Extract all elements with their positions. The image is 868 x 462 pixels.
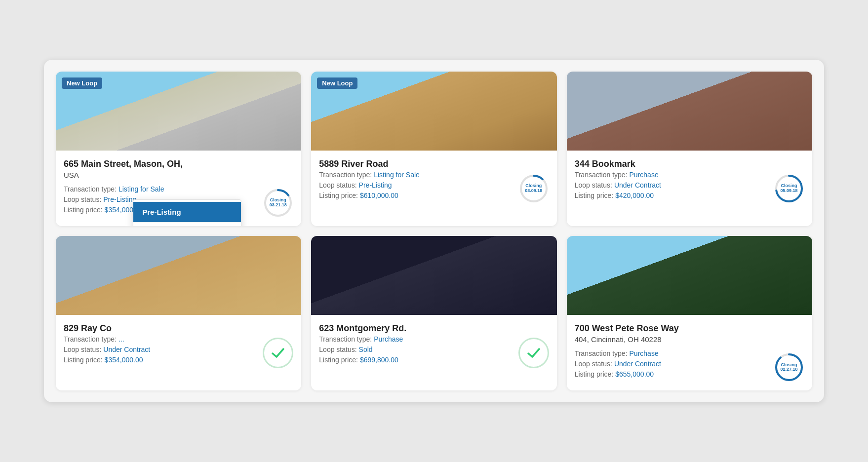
property-image	[567, 236, 812, 315]
new-loop-badge: New Loop	[317, 77, 357, 89]
status-badge-container	[518, 338, 549, 368]
sold-badge	[518, 338, 549, 368]
listing-price-value: $699,800.00	[360, 356, 398, 364]
listing-price-value: $420,000.00	[615, 192, 654, 199]
loop-status-dropdown-trigger[interactable]: Pre-Listing Pre-Listing Private Listing …	[103, 195, 138, 203]
transaction-type-field: Transaction type: Purchase	[575, 349, 804, 357]
transaction-type-value: Purchase	[374, 335, 403, 343]
card-title: 829 Ray Co	[64, 323, 293, 334]
listing-price-field: Listing price: $354,000.00	[64, 356, 293, 364]
card-subtitle: USA	[64, 171, 293, 179]
listing-price-value: $354,000.00	[105, 356, 143, 364]
card-title: 344 Bookmark	[575, 158, 804, 170]
closing-badge: Closing 03.09.18	[518, 173, 549, 204]
transaction-type-field: Transaction type: Listing for Sale	[319, 171, 549, 179]
transaction-type-value: Purchase	[630, 171, 659, 179]
card-body: 344 Bookmark Transaction type: Purchase …	[567, 151, 812, 212]
property-card-5: 623 Montgomery Rd. Transaction type: Pur…	[311, 236, 556, 390]
card-title: 700 West Pete Rose Way	[575, 323, 804, 334]
transaction-type-value: Purchase	[630, 349, 659, 357]
transaction-type-field: Transaction type: Purchase	[575, 171, 804, 179]
dropdown-item-1[interactable]: Private Listing	[133, 223, 241, 226]
card-body: 665 Main Street, Mason, OH, USA Transact…	[56, 151, 301, 226]
property-image	[311, 236, 556, 315]
loop-status-field: Loop status: Under Contract	[64, 346, 293, 353]
closing-badge: Closing 03.21.18	[263, 188, 293, 218]
status-badge-container: Closing 03.21.18	[263, 188, 293, 218]
property-grid: New Loop 665 Main Street, Mason, OH, USA…	[56, 72, 812, 391]
card-body: 5889 River Road Transaction type: Listin…	[311, 151, 556, 212]
card-body: 829 Ray Co Transaction type: ... Loop st…	[56, 315, 301, 376]
status-badge-container: Closing 05.09.18	[774, 173, 804, 204]
property-image	[56, 236, 301, 315]
listing-price-value: $610,000.00	[360, 192, 398, 199]
card-subtitle: 404, Cincinnati, OH 40228	[575, 335, 804, 344]
property-image: New Loop	[311, 72, 556, 151]
status-badge-container: Closing 02.27.18	[774, 352, 804, 383]
transaction-type-field: Transaction type: ...	[64, 335, 293, 343]
status-badge-container: Closing 03.09.18	[518, 173, 549, 204]
loop-status-dropdown: Pre-Listing Private Listing Active Listi…	[133, 199, 241, 226]
dropdown-item-0[interactable]: Pre-Listing	[133, 202, 241, 223]
loop-status-value: Under Contract	[614, 360, 661, 368]
transaction-type-value: ...	[118, 335, 124, 343]
status-badge-container	[263, 338, 293, 368]
listing-price-value: $655,000.00	[615, 370, 654, 378]
property-card-6: 700 West Pete Rose Way 404, Cincinnati, …	[567, 236, 812, 390]
loop-status-field: Loop status: Sold	[319, 346, 549, 353]
closing-badge: Closing 02.27.18	[774, 352, 804, 383]
property-image	[567, 72, 812, 151]
loop-status-field: Loop status: Under Contract	[575, 181, 804, 189]
transaction-type-field: Transaction type: Listing for Sale	[64, 185, 293, 193]
loop-status-value: Sold	[359, 346, 373, 353]
closing-badge: Closing 05.09.18	[774, 173, 804, 204]
loop-status-value: Under Contract	[614, 181, 661, 189]
card-title: 5889 River Road	[319, 158, 549, 170]
listing-price-field: Listing price: $420,000.00	[575, 192, 804, 199]
transaction-type-value: Listing for Sale	[118, 185, 164, 193]
property-card-3: 344 Bookmark Transaction type: Purchase …	[567, 72, 812, 226]
property-image: New Loop	[56, 72, 301, 151]
card-body: 700 West Pete Rose Way 404, Cincinnati, …	[567, 315, 812, 390]
listing-price-field: Listing price: $699,800.00	[319, 356, 549, 364]
loop-status-field: Loop status: Pre-Listing	[319, 181, 549, 189]
card-body: 623 Montgomery Rd. Transaction type: Pur…	[311, 315, 556, 376]
card-title: 665 Main Street, Mason, OH,	[64, 158, 293, 170]
sold-badge	[263, 338, 293, 368]
loop-status-value: Under Contract	[103, 346, 150, 353]
loop-status-field: Loop status: Pre-Listing Pre-Listing Pri…	[64, 195, 293, 203]
card-title: 623 Montgomery Rd.	[319, 323, 549, 334]
property-card-1: New Loop 665 Main Street, Mason, OH, USA…	[56, 72, 301, 226]
main-container: New Loop 665 Main Street, Mason, OH, USA…	[44, 60, 824, 403]
property-card-4: 829 Ray Co Transaction type: ... Loop st…	[56, 236, 301, 390]
new-loop-badge: New Loop	[62, 77, 102, 89]
listing-price-field: Listing price: $610,000.00	[319, 192, 549, 199]
listing-price-field: Listing price: $655,000.00	[575, 370, 804, 378]
transaction-type-field: Transaction type: Purchase	[319, 335, 549, 343]
loop-status-value: Pre-Listing	[359, 181, 392, 189]
transaction-type-value: Listing for Sale	[374, 171, 420, 179]
property-card-2: New Loop 5889 River Road Transaction typ…	[311, 72, 556, 226]
loop-status-field: Loop status: Under Contract	[575, 360, 804, 368]
